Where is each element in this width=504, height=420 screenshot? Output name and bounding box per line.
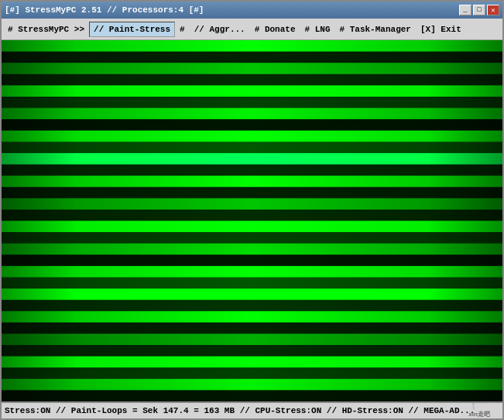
title-bar-text: [#] StressMyPC 2.51 // Processors:4 [#] xyxy=(5,5,204,15)
menu-bar: # StressMyPC >> // Paint-Stress # // Agg… xyxy=(2,19,502,40)
menu-donate[interactable]: # Donate xyxy=(250,22,300,37)
stripes-canvas xyxy=(2,40,502,401)
menu-task-manager[interactable]: # Task-Manager xyxy=(335,22,416,37)
main-window: [#] StressMyPC 2.51 // Processors:4 [#] … xyxy=(0,0,504,420)
menu-stressmypc[interactable]: # StressMyPC >> xyxy=(3,22,89,37)
menu-aggr[interactable]: // Aggr... xyxy=(190,22,250,37)
menu-exit[interactable]: [X] Exit xyxy=(416,22,466,37)
minimize-button[interactable]: _ xyxy=(459,5,471,15)
status-bar: Stress:ON // Paint-Loops = Sek 147.4 = 1… xyxy=(2,401,502,418)
title-bar: [#] StressMyPC 2.51 // Processors:4 [#] … xyxy=(2,2,502,19)
paint-canvas-area xyxy=(2,40,502,401)
close-button[interactable]: ✕ xyxy=(487,5,499,15)
menu-paint-stress[interactable]: // Paint-Stress xyxy=(89,22,175,37)
maximize-button[interactable]: □ xyxy=(473,5,485,15)
title-bar-buttons: _ □ ✕ xyxy=(459,5,499,15)
menu-hash[interactable]: # xyxy=(175,22,190,37)
watermark-logo: 🏁 xyxy=(470,401,489,410)
watermark-site: xin走吧 xyxy=(468,410,490,418)
menu-lng[interactable]: # LNG xyxy=(300,22,335,37)
status-text: Stress:ON // Paint-Loops = Sek 147.4 = 1… xyxy=(5,406,475,415)
watermark: 🏁 xin走吧 xyxy=(456,401,502,418)
